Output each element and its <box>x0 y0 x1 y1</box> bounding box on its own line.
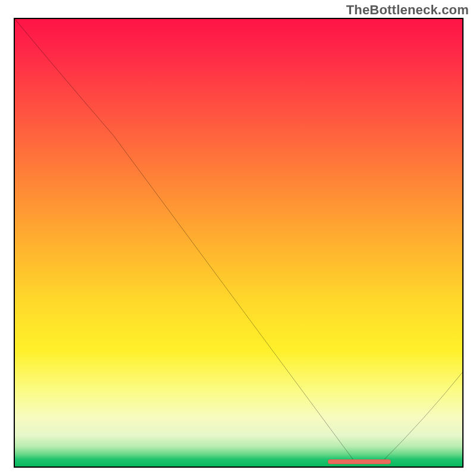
chart-frame: TheBottleneck.com <box>0 0 476 476</box>
optimal-range-marker <box>328 459 390 464</box>
watermark-text: TheBottleneck.com <box>346 2 469 18</box>
plot-area <box>14 18 464 468</box>
bottleneck-curve <box>15 19 462 466</box>
